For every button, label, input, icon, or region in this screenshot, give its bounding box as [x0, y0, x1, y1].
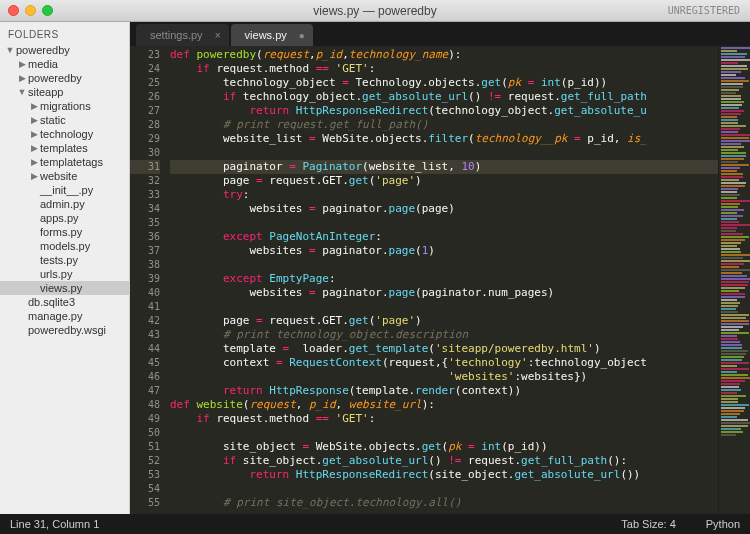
chevron-down-icon[interactable]: ▼ [16, 87, 28, 97]
line-number[interactable]: 45 [130, 356, 160, 370]
line-number[interactable]: 42 [130, 314, 160, 328]
file-item[interactable]: __init__.py [0, 183, 129, 197]
line-number[interactable]: 53 [130, 468, 160, 482]
code-view[interactable]: def poweredby(request,p_id,technology_na… [166, 46, 718, 514]
line-number[interactable]: 34 [130, 202, 160, 216]
code-line[interactable] [170, 146, 718, 160]
line-number[interactable]: 50 [130, 426, 160, 440]
code-line[interactable]: page = request.GET.get('page') [170, 174, 718, 188]
line-number[interactable]: 48 [130, 398, 160, 412]
code-line[interactable]: 'websites':websites}) [170, 370, 718, 384]
code-line[interactable]: if site_object.get_absolute_url() != req… [170, 454, 718, 468]
line-number[interactable]: 28 [130, 118, 160, 132]
file-item[interactable]: poweredby.wsgi [0, 323, 129, 337]
code-line[interactable] [170, 482, 718, 496]
code-line[interactable]: return HttpResponseRedirect(site_object.… [170, 468, 718, 482]
code-line[interactable]: return HttpResponseRedirect(technology_o… [170, 104, 718, 118]
line-number[interactable]: 43 [130, 328, 160, 342]
line-number[interactable]: 51 [130, 440, 160, 454]
chevron-right-icon[interactable]: ▶ [28, 101, 40, 111]
chevron-right-icon[interactable]: ▶ [28, 157, 40, 167]
folder-item[interactable]: ▶templatetags [0, 155, 129, 169]
folder-item[interactable]: ▼siteapp [0, 85, 129, 99]
minimap[interactable] [718, 46, 750, 514]
minimize-window-icon[interactable] [25, 5, 36, 16]
status-syntax[interactable]: Python [706, 518, 740, 530]
code-line[interactable]: def poweredby(request,p_id,technology_na… [170, 48, 718, 62]
file-item[interactable]: admin.py [0, 197, 129, 211]
file-item[interactable]: urls.py [0, 267, 129, 281]
line-number[interactable]: 40 [130, 286, 160, 300]
status-position[interactable]: Line 31, Column 1 [10, 518, 99, 530]
folder-item[interactable]: ▶media [0, 57, 129, 71]
code-line[interactable]: return HttpResponse(template.render(cont… [170, 384, 718, 398]
chevron-right-icon[interactable]: ▶ [28, 171, 40, 181]
chevron-right-icon[interactable]: ▶ [16, 59, 28, 69]
code-line[interactable]: if technology_object.get_absolute_url() … [170, 90, 718, 104]
close-tab-icon[interactable]: × [215, 30, 221, 41]
line-number[interactable]: 33 [130, 188, 160, 202]
line-number[interactable]: 35 [130, 216, 160, 230]
line-number[interactable]: 38 [130, 258, 160, 272]
line-number[interactable]: 37 [130, 244, 160, 258]
code-line[interactable]: websites = paginator.page(1) [170, 244, 718, 258]
status-tab-size[interactable]: Tab Size: 4 [621, 518, 675, 530]
file-item[interactable]: models.py [0, 239, 129, 253]
line-number[interactable]: 49 [130, 412, 160, 426]
line-gutter[interactable]: 2324252627282930313233343536373839404142… [130, 46, 166, 514]
line-number[interactable]: 46 [130, 370, 160, 384]
folder-item[interactable]: ▶technology [0, 127, 129, 141]
line-number[interactable]: 23 [130, 48, 160, 62]
code-line[interactable] [170, 300, 718, 314]
line-number[interactable]: 29 [130, 132, 160, 146]
close-window-icon[interactable] [8, 5, 19, 16]
folder-item[interactable]: ▶poweredby [0, 71, 129, 85]
file-item[interactable]: tests.py [0, 253, 129, 267]
editor-tab[interactable]: views.py● [231, 24, 313, 46]
line-number[interactable]: 32 [130, 174, 160, 188]
file-item[interactable]: views.py [0, 281, 129, 295]
line-number[interactable]: 31 [130, 160, 160, 174]
chevron-right-icon[interactable]: ▶ [28, 129, 40, 139]
chevron-right-icon[interactable]: ▶ [16, 73, 28, 83]
chevron-right-icon[interactable]: ▶ [28, 115, 40, 125]
line-number[interactable]: 30 [130, 146, 160, 160]
code-line[interactable]: def website(request, p_id, website_url): [170, 398, 718, 412]
code-line[interactable]: if request.method == 'GET': [170, 412, 718, 426]
line-number[interactable]: 25 [130, 76, 160, 90]
chevron-right-icon[interactable]: ▶ [28, 143, 40, 153]
line-number[interactable]: 24 [130, 62, 160, 76]
line-number[interactable]: 27 [130, 104, 160, 118]
zoom-window-icon[interactable] [42, 5, 53, 16]
code-line[interactable]: if request.method == 'GET': [170, 62, 718, 76]
code-line[interactable] [170, 258, 718, 272]
code-line[interactable]: paginator = Paginator(website_list, 10) [170, 160, 718, 174]
code-line[interactable] [170, 216, 718, 230]
file-item[interactable]: forms.py [0, 225, 129, 239]
code-line[interactable]: context = RequestContext(request,{'techn… [170, 356, 718, 370]
code-line[interactable]: # print technology_object.description [170, 328, 718, 342]
code-line[interactable]: technology_object = Technology.objects.g… [170, 76, 718, 90]
line-number[interactable]: 52 [130, 454, 160, 468]
code-line[interactable]: site_object = WebSite.objects.get(pk = i… [170, 440, 718, 454]
line-number[interactable]: 41 [130, 300, 160, 314]
file-item[interactable]: db.sqlite3 [0, 295, 129, 309]
line-number[interactable]: 36 [130, 230, 160, 244]
file-item[interactable]: apps.py [0, 211, 129, 225]
folder-item[interactable]: ▶templates [0, 141, 129, 155]
sidebar[interactable]: FOLDERS ▼poweredby▶media▶poweredby▼sitea… [0, 22, 130, 514]
folder-item[interactable]: ▶website [0, 169, 129, 183]
code-line[interactable]: template = loader.get_template('siteapp/… [170, 342, 718, 356]
code-line[interactable]: page = request.GET.get('page') [170, 314, 718, 328]
code-line[interactable]: websites = paginator.page(page) [170, 202, 718, 216]
line-number[interactable]: 54 [130, 482, 160, 496]
folder-item[interactable]: ▼poweredby [0, 43, 129, 57]
code-line[interactable]: website_list = WebSite.objects.filter(te… [170, 132, 718, 146]
code-line[interactable]: websites = paginator.page(paginator.num_… [170, 286, 718, 300]
folder-item[interactable]: ▶migrations [0, 99, 129, 113]
line-number[interactable]: 55 [130, 496, 160, 510]
code-line[interactable]: try: [170, 188, 718, 202]
code-line[interactable]: except EmptyPage: [170, 272, 718, 286]
line-number[interactable]: 26 [130, 90, 160, 104]
code-line[interactable]: # print request.get_full_path() [170, 118, 718, 132]
